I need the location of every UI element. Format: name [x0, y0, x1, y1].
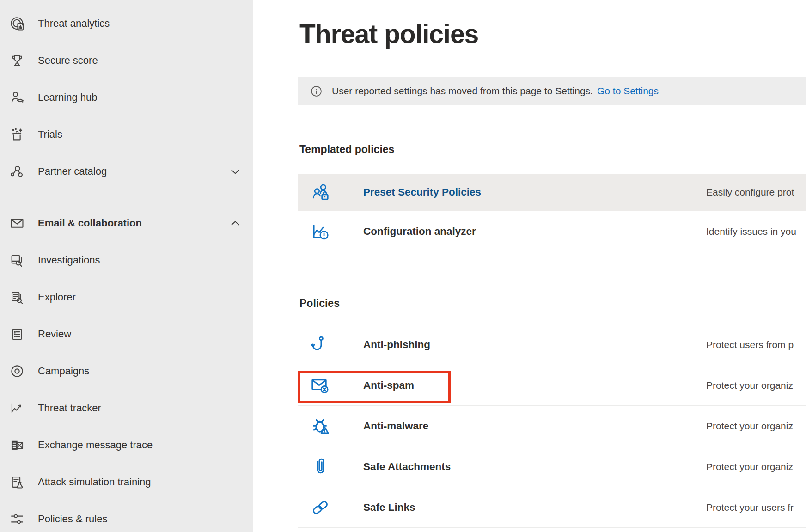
row-label[interactable]: Anti-phishing: [363, 339, 430, 351]
row-anti-malware[interactable]: Anti-malware Protect your organiz: [298, 406, 806, 446]
sidebar-item-exchange-message-trace[interactable]: Exchange message trace: [0, 427, 253, 464]
row-label[interactable]: Preset Security Policies: [363, 186, 481, 198]
sidebar-divider: [9, 197, 241, 197]
row-label[interactable]: Configuration analyzer: [363, 226, 476, 238]
info-icon: [310, 85, 323, 98]
safe-links-icon: [310, 497, 331, 518]
row-safe-links[interactable]: Safe Links Protect your users fr: [298, 487, 806, 528]
sidebar-item-campaigns[interactable]: Campaigns: [0, 353, 253, 390]
learning-hub-icon: [9, 90, 25, 105]
section-heading-templated-policies: Templated policies: [299, 143, 394, 156]
left-navigation: Threat analytics Secure score Learning h…: [0, 0, 253, 532]
sidebar-item-explorer[interactable]: Explorer: [0, 279, 253, 316]
templated-policies-list: Preset Security Policies Easily configur…: [298, 174, 806, 252]
sidebar-item-label: Threat tracker: [38, 402, 101, 414]
threat-analytics-icon: [9, 16, 25, 31]
exchange-icon: [9, 437, 25, 453]
page-title: Threat policies: [299, 18, 478, 49]
sidebar-item-trials[interactable]: Trials: [0, 116, 253, 153]
attack-simulation-icon: [9, 474, 25, 490]
review-icon: [9, 326, 25, 342]
row-anti-spam[interactable]: Anti-spam Protect your organiz: [298, 365, 806, 406]
sidebar-item-label: Secure score: [38, 55, 98, 67]
row-description: Protect users from p: [706, 339, 794, 350]
sidebar-item-label: Learning hub: [38, 92, 97, 104]
sidebar-item-label: Exchange message trace: [38, 439, 153, 451]
row-label[interactable]: Anti-malware: [363, 420, 428, 432]
chevron-up-icon[interactable]: [229, 217, 241, 229]
row-description: Protect your organiz: [706, 421, 793, 432]
sidebar-item-review[interactable]: Review: [0, 316, 253, 353]
sidebar-item-label: Threat analytics: [38, 18, 110, 30]
anti-phishing-icon: [310, 334, 331, 355]
row-label[interactable]: Anti-spam: [363, 379, 414, 391]
configuration-analyzer-icon: [310, 221, 331, 242]
anti-spam-icon: [310, 375, 331, 396]
sidebar-item-attack-simulation-training[interactable]: Attack simulation training: [0, 464, 253, 501]
safe-attachments-icon: [310, 456, 331, 477]
secure-score-icon: [9, 53, 25, 68]
preset-security-policies-icon: [310, 182, 331, 203]
investigations-icon: [9, 252, 25, 268]
go-to-settings-link[interactable]: Go to Settings: [597, 86, 659, 97]
sidebar-item-investigations[interactable]: Investigations: [0, 242, 253, 279]
row-label[interactable]: Safe Links: [363, 501, 415, 514]
sidebar-item-label: Partner catalog: [38, 165, 107, 177]
partner-catalog-icon: [9, 164, 25, 179]
explorer-icon: [9, 289, 25, 305]
row-label[interactable]: Safe Attachments: [363, 461, 451, 473]
banner-text: User reported settings has moved from th…: [332, 86, 593, 97]
row-safe-attachments[interactable]: Safe Attachments Protect your organiz: [298, 446, 806, 487]
row-description: Protect your users fr: [706, 502, 794, 513]
row-preset-security-policies[interactable]: Preset Security Policies Easily configur…: [298, 174, 806, 211]
row-configuration-analyzer[interactable]: Configuration analyzer Identify issues i…: [298, 211, 806, 252]
sidebar-item-threat-tracker[interactable]: Threat tracker: [0, 390, 253, 427]
anti-malware-icon: [310, 416, 331, 437]
sidebar-item-partner-catalog[interactable]: Partner catalog: [0, 153, 253, 190]
row-description: Identify issues in you: [706, 226, 796, 237]
email-collaboration-icon: [9, 215, 25, 231]
sidebar-item-secure-score[interactable]: Secure score: [0, 42, 253, 79]
sidebar-item-email-collaboration[interactable]: Email & collaboration: [0, 205, 253, 242]
row-description: Protect your organiz: [706, 461, 793, 472]
sidebar-item-label: Attack simulation training: [38, 476, 151, 488]
section-heading-policies: Policies: [299, 297, 340, 310]
sidebar-item-threat-analytics[interactable]: Threat analytics: [0, 5, 253, 42]
row-description: Protect your organiz: [706, 380, 793, 391]
sidebar-item-learning-hub[interactable]: Learning hub: [0, 79, 253, 116]
sidebar-item-label: Explorer: [38, 291, 76, 303]
sidebar-item-label: Review: [38, 328, 71, 340]
row-description: Easily configure prot: [706, 187, 794, 198]
sidebar-item-label: Trials: [38, 128, 62, 141]
sidebar-item-label: Policies & rules: [38, 513, 107, 525]
row-anti-phishing[interactable]: Anti-phishing Protect users from p: [298, 324, 806, 365]
sidebar-item-label: Campaigns: [38, 365, 89, 377]
policies-list: Anti-phishing Protect users from p Anti-…: [298, 324, 806, 528]
threat-tracker-icon: [9, 400, 25, 416]
trials-icon: [9, 127, 25, 142]
sidebar-item-label: Email & collaboration: [38, 217, 142, 229]
sidebar-item-policies-rules[interactable]: Policies & rules: [0, 501, 253, 532]
campaigns-icon: [9, 363, 25, 379]
chevron-down-icon[interactable]: [229, 165, 241, 177]
main-content: Threat policies User reported settings h…: [253, 0, 806, 532]
policies-rules-icon: [9, 511, 25, 527]
sidebar-item-label: Investigations: [38, 254, 100, 266]
info-banner: User reported settings has moved from th…: [298, 77, 806, 105]
